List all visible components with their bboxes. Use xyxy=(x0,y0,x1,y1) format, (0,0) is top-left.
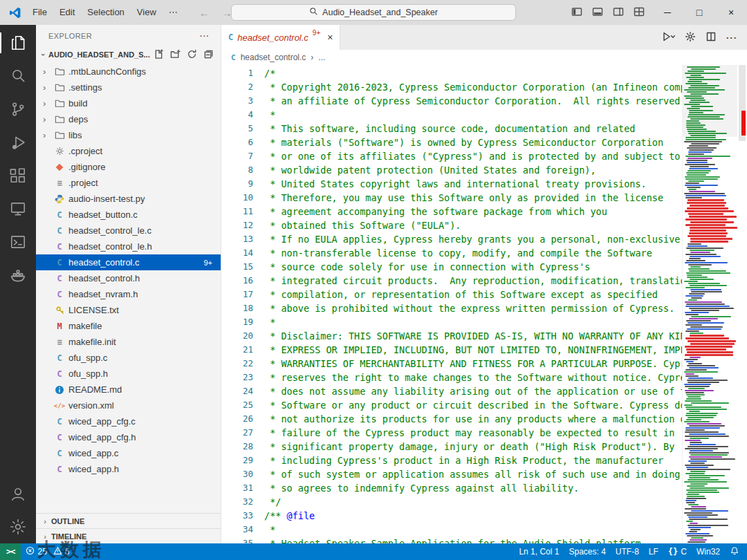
toggle-panel-icon[interactable] xyxy=(592,6,603,19)
terminal-icon[interactable] xyxy=(0,225,36,259)
file-headset_nvram.h[interactable]: Cheadset_nvram.h xyxy=(36,286,221,302)
file-headset_button.c[interactable]: Cheadset_button.c xyxy=(36,207,221,223)
file-wiced_app.h[interactable]: Cwiced_app.h xyxy=(36,461,221,477)
tab-close-icon[interactable]: × xyxy=(327,32,333,43)
explorer-more-actions-icon[interactable]: ··· xyxy=(200,32,210,40)
explorer-icon[interactable] xyxy=(0,26,36,59)
file-wiced_app.c[interactable]: Cwiced_app.c xyxy=(36,445,221,461)
bell-icon xyxy=(730,545,739,558)
search-icon[interactable] xyxy=(0,59,36,93)
toggle-secondary-sidebar-icon[interactable] xyxy=(613,6,624,19)
minimap-line xyxy=(689,145,708,147)
file-README.md[interactable]: README.md xyxy=(36,382,221,398)
run-and-debug-icon[interactable] xyxy=(0,126,36,159)
split-editor-icon[interactable] xyxy=(706,31,717,44)
timeline-section[interactable]: › TIMELINE xyxy=(36,528,221,543)
customize-layout-icon[interactable] xyxy=(634,6,645,19)
settings-gear-icon[interactable] xyxy=(0,510,36,543)
minimap-line xyxy=(684,421,710,422)
minimap-line xyxy=(690,523,698,524)
editor-toolbar: ··· xyxy=(662,25,747,50)
collapse-folders-icon[interactable] xyxy=(203,49,214,61)
line-number: 5 xyxy=(221,122,253,136)
tab-headset-control-c[interactable]: C headset_control.c 9+ × xyxy=(221,25,340,50)
folder-deps[interactable]: ›deps xyxy=(36,111,221,127)
extensions-icon[interactable] xyxy=(0,159,36,192)
c-blue-icon: C xyxy=(53,449,66,458)
gear-icon xyxy=(53,147,66,156)
file-headset_control_le.c[interactable]: Cheadset_control_le.c xyxy=(36,223,221,239)
minimap-line xyxy=(686,320,711,321)
file-headset_control.c[interactable]: Cheadset_control.c9+ xyxy=(36,254,221,270)
file-wiced_app_cfg.c[interactable]: Cwiced_app_cfg.c xyxy=(36,413,221,429)
status-encoding[interactable]: UTF-8 xyxy=(611,543,644,560)
run-icon[interactable] xyxy=(662,31,675,44)
file-LICENSE.txt[interactable]: LICENSE.txt xyxy=(36,302,221,318)
braces-icon: {} xyxy=(668,547,678,557)
folder-libs[interactable]: ›libs xyxy=(36,127,221,143)
breadcrumb-symbol[interactable]: ... xyxy=(318,53,325,62)
problems-indicator[interactable]: 25 5 xyxy=(21,543,74,560)
docker-icon[interactable] xyxy=(0,259,36,292)
breadcrumb-file[interactable]: headset_control.c xyxy=(241,53,306,62)
back-arrow-icon[interactable]: ← xyxy=(199,7,210,19)
workspace-section-header[interactable]: › AUDIO_HEADSET_AND_S... xyxy=(36,47,221,62)
file-makefile.init[interactable]: ≡makefile.init xyxy=(36,334,221,350)
file-makefile[interactable]: Mmakefile xyxy=(36,318,221,334)
remote-explorer-icon[interactable] xyxy=(0,192,36,225)
item-label: wiced_app_cfg.c xyxy=(68,416,136,427)
folder-build[interactable]: ›build xyxy=(36,95,221,111)
folder-.mtbLaunchConfigs[interactable]: ›.mtbLaunchConfigs xyxy=(36,64,221,80)
refresh-icon[interactable] xyxy=(187,49,197,61)
code-line: 15 * source code solely for use in conne… xyxy=(221,260,682,274)
folder-icon xyxy=(53,130,66,140)
accounts-icon[interactable] xyxy=(0,477,36,510)
status-indentation[interactable]: Spaces: 4 xyxy=(564,543,610,560)
file-wiced_app_cfg.h[interactable]: Cwiced_app_cfg.h xyxy=(36,429,221,445)
minimap-line xyxy=(684,404,692,406)
new-folder-icon[interactable] xyxy=(170,49,181,61)
remote-icon: >< xyxy=(6,547,15,557)
file-.cproject[interactable]: .cproject xyxy=(36,143,221,159)
new-file-icon[interactable] xyxy=(154,49,164,61)
remote-indicator[interactable]: >< xyxy=(0,543,21,560)
maximize-icon[interactable]: □ xyxy=(683,0,715,25)
code-editor[interactable]: 1/*2 * Copyright 2016-2023, Cypress Semi… xyxy=(221,65,682,543)
menu-selection[interactable]: Selection xyxy=(81,0,130,25)
menu-[interactable]: ⋯ xyxy=(163,0,184,25)
file-ofu_spp.h[interactable]: Cofu_spp.h xyxy=(36,366,221,382)
outline-section[interactable]: › OUTLINE xyxy=(36,513,221,528)
file-version.xml[interactable]: </>version.xml xyxy=(36,398,221,413)
menu-edit[interactable]: Edit xyxy=(53,0,81,25)
folder-.settings[interactable]: ›.settings xyxy=(36,80,221,95)
minimap-line xyxy=(686,498,706,499)
menu-file[interactable]: File xyxy=(26,0,53,25)
line-text: * WARRANTIES OF MERCHANTABILITY AND FITN… xyxy=(264,357,682,371)
line-text: * xyxy=(264,108,275,122)
status-platform[interactable]: Win32 xyxy=(692,543,725,560)
menu-view[interactable]: View xyxy=(131,0,163,25)
more-actions-icon[interactable]: ··· xyxy=(726,32,737,43)
settings-gear-icon[interactable] xyxy=(685,31,696,44)
status-cursor-position[interactable]: Ln 1, Col 1 xyxy=(514,543,564,560)
minimap[interactable] xyxy=(682,65,737,543)
minimap-line xyxy=(688,268,710,270)
vertical-scrollbar[interactable] xyxy=(737,65,747,543)
toggle-primary-sidebar-icon[interactable] xyxy=(571,6,582,19)
file-headset_control_le.h[interactable]: Cheadset_control_le.h xyxy=(36,239,221,254)
file-ofu_spp.c[interactable]: Cofu_spp.c xyxy=(36,350,221,366)
command-center-search[interactable]: Audio_Headset_and_Speaker xyxy=(231,4,516,21)
status-language-mode[interactable]: {}C xyxy=(663,543,692,560)
file-headset_control.h[interactable]: Cheadset_control.h xyxy=(36,270,221,286)
status-eol[interactable]: LF xyxy=(644,543,663,560)
status-notifications[interactable] xyxy=(725,543,744,560)
file-.gitignore[interactable]: .gitignore xyxy=(36,159,221,175)
source-control-icon[interactable] xyxy=(0,93,36,126)
file-audio-insert-test.py[interactable]: audio-insert-test.py xyxy=(36,191,221,207)
line-text: * This software, including source code, … xyxy=(264,122,635,136)
file-.project[interactable]: ≡.project xyxy=(36,175,221,191)
minimize-icon[interactable]: ─ xyxy=(652,0,683,25)
minimap-line xyxy=(688,541,706,543)
close-icon[interactable]: × xyxy=(715,0,747,25)
minimap-viewport[interactable] xyxy=(683,65,737,137)
